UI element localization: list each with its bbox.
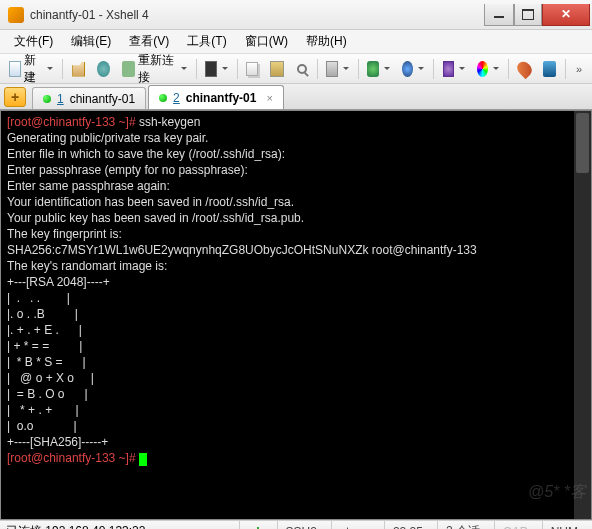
terminal-line: |. + . + E . |: [7, 323, 82, 337]
status-num: NUM: [542, 521, 586, 529]
terminal-line: | o.o |: [7, 419, 77, 433]
minimize-button[interactable]: [484, 4, 514, 26]
separator: [196, 59, 197, 79]
connect-button[interactable]: [92, 58, 115, 80]
connection-status: 已连接 192.168.40.133:22。: [6, 523, 233, 529]
window-title: chinantfy-01 - Xshell 4: [30, 8, 484, 22]
terminal-line: | * + . + |: [7, 403, 79, 417]
terminal-line: +----[SHA256]-----+: [7, 435, 108, 449]
tab-close-icon[interactable]: ×: [266, 92, 272, 104]
tab-label: chinantfy-01: [186, 91, 257, 105]
terminal-line: Enter file in which to save the key (/ro…: [7, 147, 285, 161]
command: ssh-keygen: [139, 115, 200, 129]
close-button[interactable]: [542, 4, 590, 26]
status-cursor-pos: 22,25: [384, 521, 431, 529]
add-tab-button[interactable]: +: [4, 87, 26, 107]
tab-0[interactable]: 1 chinantfy-01: [32, 87, 146, 109]
status-bar: 已连接 192.168.40.133:22。 SSH2 xterm 22,25 …: [0, 520, 592, 529]
color-scheme-button[interactable]: [472, 58, 504, 80]
prompt: [root@chinantfy-133 ~]#: [7, 451, 139, 465]
print-icon: [326, 61, 337, 77]
globe-button[interactable]: [397, 58, 429, 80]
terminal-line: +---[RSA 2048]----+: [7, 275, 110, 289]
title-bar: chinantfy-01 - Xshell 4: [0, 0, 592, 30]
separator: [433, 59, 434, 79]
session-button[interactable]: [538, 58, 561, 80]
scrollbar-thumb[interactable]: [576, 113, 589, 173]
menu-help[interactable]: 帮助(H): [298, 31, 355, 52]
color-icon: [477, 61, 488, 77]
terminal-line: Enter passphrase (empty for no passphras…: [7, 163, 248, 177]
session-icon: [543, 61, 556, 77]
tab-1[interactable]: 2 chinantfy-01 ×: [148, 85, 284, 109]
status-termtype: xterm: [331, 521, 378, 529]
highlight-button[interactable]: [513, 58, 536, 80]
print-button[interactable]: [321, 58, 353, 80]
status-signal: [239, 521, 271, 529]
status-sessions: 2 会话: [437, 521, 488, 529]
maximize-button[interactable]: [514, 4, 542, 26]
window-controls: [484, 4, 590, 26]
encoding-button[interactable]: [438, 58, 470, 80]
new-label: 新建: [24, 52, 42, 86]
folder-icon: [72, 61, 85, 77]
terminal-line: | + * = = |: [7, 339, 82, 353]
separator: [508, 59, 509, 79]
reconnect-label: 重新连接: [138, 52, 176, 86]
copy-icon: [246, 62, 258, 76]
menu-tools[interactable]: 工具(T): [179, 31, 234, 52]
status-proto: SSH2: [277, 521, 325, 529]
terminal-line: | @ o + X o |: [7, 371, 94, 385]
new-icon: [9, 61, 21, 77]
separator: [358, 59, 359, 79]
link-icon: [97, 61, 110, 77]
terminal-icon: [205, 61, 216, 77]
paste-icon: [270, 61, 283, 77]
tab-number: 1: [57, 92, 64, 106]
paste-button[interactable]: [265, 58, 288, 80]
terminal-line: |. o . .B |: [7, 307, 78, 321]
reconnect-icon: [122, 61, 135, 77]
encoding-icon: [443, 61, 454, 77]
toolbar: 新建 重新连接 »: [0, 54, 592, 84]
status-dot-icon: [43, 95, 51, 103]
new-button[interactable]: 新建: [4, 58, 58, 80]
terminal-scrollbar[interactable]: [574, 111, 591, 519]
tab-bar: + 1 chinantfy-01 2 chinantfy-01 ×: [0, 84, 592, 110]
prompt: [root@chinantfy-133 ~]#: [7, 115, 139, 129]
tab-label: chinantfy-01: [70, 92, 135, 106]
copy-button[interactable]: [241, 58, 263, 80]
menu-view[interactable]: 查看(V): [121, 31, 177, 52]
status-cap: CAP: [494, 521, 536, 529]
terminal-line: SHA256:c7MSYr1WL1w6UE2ywqnynhqZG8UObycJc…: [7, 243, 477, 257]
menu-bar: 文件(F) 编辑(E) 查看(V) 工具(T) 窗口(W) 帮助(H): [0, 30, 592, 54]
terminal-line: The key fingerprint is:: [7, 227, 122, 241]
toolbar-overflow[interactable]: »: [570, 63, 588, 75]
terminal-line: Enter same passphrase again:: [7, 179, 170, 193]
separator: [62, 59, 63, 79]
find-icon: [297, 64, 307, 74]
globe-icon: [402, 61, 413, 77]
app-icon: [8, 7, 24, 23]
cursor-icon: [514, 58, 535, 79]
terminal-line: Generating public/private rsa key pair.: [7, 131, 208, 145]
tab-number: 2: [173, 91, 180, 105]
open-button[interactable]: [67, 58, 90, 80]
terminal-line: The key's randomart image is:: [7, 259, 167, 273]
terminal-line: | . . . |: [7, 291, 70, 305]
terminal-line: Your identification has been saved in /r…: [7, 195, 294, 209]
terminal-pane[interactable]: [root@chinantfy-133 ~]# ssh-keygen Gener…: [0, 110, 592, 520]
terminal-line: | = B . O o |: [7, 387, 88, 401]
terminal-line: | * B * S = |: [7, 355, 86, 369]
cursor: [139, 453, 147, 466]
find-button[interactable]: [291, 58, 313, 80]
script-button[interactable]: [362, 58, 394, 80]
separator: [237, 59, 238, 79]
reconnect-button[interactable]: 重新连接: [117, 58, 191, 80]
script-icon: [367, 61, 378, 77]
menu-edit[interactable]: 编辑(E): [63, 31, 119, 52]
menu-file[interactable]: 文件(F): [6, 31, 61, 52]
terminal-line: Your public key has been saved in /root/…: [7, 211, 304, 225]
menu-window[interactable]: 窗口(W): [237, 31, 296, 52]
terminal-button[interactable]: [200, 58, 232, 80]
